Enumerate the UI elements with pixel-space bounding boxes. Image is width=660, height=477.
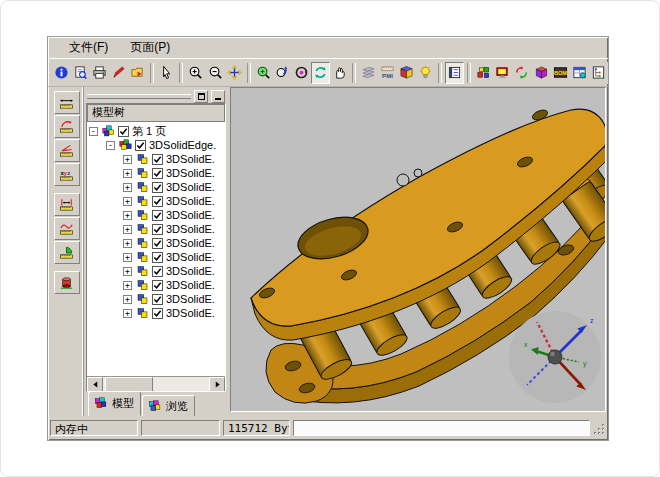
- expand-box[interactable]: +: [123, 253, 132, 262]
- tree-row: +3DSolidE.: [87, 264, 225, 278]
- zoom-dynamic-button[interactable]: [273, 62, 292, 84]
- tree-node-label: 3DSolidE.: [166, 223, 215, 235]
- model-canvas[interactable]: z x y: [231, 88, 606, 412]
- viewport-3d[interactable]: z x y: [230, 87, 606, 412]
- lighting-button[interactable]: [416, 62, 435, 84]
- expand-box[interactable]: +: [123, 239, 132, 248]
- part-icon: [134, 181, 150, 194]
- visibility-checkbox[interactable]: [152, 238, 163, 249]
- scroll-right-button[interactable]: [209, 377, 225, 392]
- expand-box[interactable]: +: [123, 211, 132, 220]
- tree-hscrollbar[interactable]: [87, 376, 225, 391]
- visibility-checkbox[interactable]: [152, 154, 163, 165]
- expand-box[interactable]: +: [123, 295, 132, 304]
- measure-length-button[interactable]: [54, 91, 80, 114]
- visibility-checkbox[interactable]: [152, 168, 163, 179]
- zoom-in-button[interactable]: [186, 62, 205, 84]
- toolbar-separator: [150, 63, 154, 83]
- collapse-box[interactable]: -: [89, 127, 98, 136]
- select-button[interactable]: [157, 62, 176, 84]
- measure-curve-button[interactable]: [54, 217, 80, 240]
- report-table-button[interactable]: [570, 62, 589, 84]
- visibility-checkbox[interactable]: [135, 140, 146, 151]
- measure-area-button[interactable]: [54, 241, 80, 264]
- visibility-checkbox[interactable]: [152, 308, 163, 319]
- export-file-button[interactable]: [128, 62, 147, 84]
- expand-box[interactable]: +: [123, 309, 132, 318]
- menu-item-0[interactable]: 文件(F): [60, 37, 117, 58]
- resize-grip[interactable]: [593, 420, 606, 436]
- visibility-checkbox[interactable]: [152, 196, 163, 207]
- tree-row: -第 1 页: [87, 124, 225, 138]
- tree-row: +3DSolidE.: [87, 236, 225, 250]
- model-tree-box: 模型树 -第 1 页-3DSolidEdge.+3DSolidE.+3DSoli…: [86, 103, 226, 392]
- toolbar-separator: [438, 63, 442, 83]
- visibility-checkbox[interactable]: [152, 210, 163, 221]
- expand-box[interactable]: +: [123, 169, 132, 178]
- expand-box[interactable]: +: [123, 183, 132, 192]
- measure-toolbar: xyz: [50, 87, 84, 416]
- toolbar-separator: [247, 63, 251, 83]
- tab-browse[interactable]: 浏览: [142, 395, 195, 416]
- tree-node-label: 3DSolidE.: [166, 181, 215, 193]
- collapse-panel-button[interactable]: [211, 90, 225, 103]
- tree-row: -3DSolidEdge.: [87, 138, 225, 152]
- tree-row: +3DSolidE.: [87, 292, 225, 306]
- rotate-view-button[interactable]: [311, 62, 330, 84]
- layers-button[interactable]: [359, 62, 378, 84]
- rotation-trackball[interactable]: z x y: [509, 311, 601, 403]
- visibility-checkbox[interactable]: [152, 280, 163, 291]
- scrollbar-thumb[interactable]: [105, 377, 153, 392]
- measure-volume-button[interactable]: [54, 271, 80, 294]
- zoom-out-button[interactable]: [205, 62, 224, 84]
- visibility-checkbox[interactable]: [152, 294, 163, 305]
- parts-list-button[interactable]: [474, 62, 493, 84]
- visibility-checkbox[interactable]: [152, 182, 163, 193]
- measure-distance-button[interactable]: [54, 193, 80, 216]
- pmi-button[interactable]: PMI: [378, 62, 397, 84]
- part-icon: [134, 153, 150, 166]
- render-settings-button[interactable]: [493, 62, 512, 84]
- bom-button[interactable]: BOM: [551, 62, 570, 84]
- measure-angle-icon: [59, 143, 75, 159]
- pan-move-button[interactable]: [225, 62, 244, 84]
- tree-row: +3DSolidE.: [87, 278, 225, 292]
- solid-display-button[interactable]: [532, 62, 551, 84]
- update-view-button[interactable]: [512, 62, 531, 84]
- visibility-checkbox[interactable]: [152, 252, 163, 263]
- panel-toggle-button[interactable]: [445, 62, 464, 84]
- zoom-window-button[interactable]: [254, 62, 273, 84]
- markup-pen-button[interactable]: [109, 62, 128, 84]
- menu-item-1[interactable]: 页面(P): [121, 37, 179, 58]
- print-button[interactable]: [90, 62, 109, 84]
- panel-gripper[interactable]: [86, 89, 226, 103]
- measure-radius-button[interactable]: [54, 115, 80, 138]
- print-preview-button[interactable]: [71, 62, 90, 84]
- scroll-left-button[interactable]: [87, 377, 103, 392]
- float-panel-button[interactable]: [194, 90, 208, 103]
- part-icon: [134, 223, 150, 236]
- toolbar-separator: [352, 63, 356, 83]
- expand-box[interactable]: +: [123, 155, 132, 164]
- info-button[interactable]: [52, 62, 71, 84]
- part-icon: [134, 251, 150, 264]
- visibility-checkbox[interactable]: [152, 224, 163, 235]
- tree-view-toggle-button[interactable]: [589, 62, 608, 84]
- screenshot-frame: 文件(F)页面(P) PMIBOM xyz 模型树 -第 1 页-3DSolid…: [0, 0, 660, 477]
- measure-angle-button[interactable]: [54, 139, 80, 162]
- measure-coordinate-button[interactable]: xyz: [54, 163, 80, 186]
- view-cube-button[interactable]: [397, 62, 416, 84]
- model-tab-icon: [93, 396, 109, 412]
- orbit-button[interactable]: [292, 62, 311, 84]
- visibility-checkbox[interactable]: [118, 126, 129, 137]
- collapse-box[interactable]: -: [106, 141, 115, 150]
- expand-box[interactable]: +: [123, 267, 132, 276]
- tree-node-label: 3DSolidE.: [166, 293, 215, 305]
- expand-box[interactable]: +: [123, 281, 132, 290]
- expand-box[interactable]: +: [123, 197, 132, 206]
- expand-box[interactable]: +: [123, 225, 132, 234]
- hand-icon: [331, 65, 347, 81]
- visibility-checkbox[interactable]: [152, 266, 163, 277]
- tab-model[interactable]: 模型: [88, 391, 141, 416]
- pan-hand-button[interactable]: [330, 62, 349, 84]
